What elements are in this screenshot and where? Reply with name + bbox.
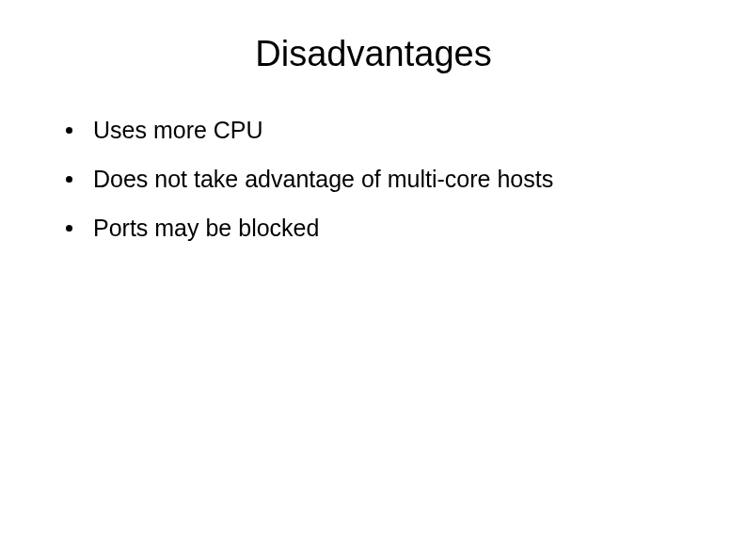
list-item: Does not take advantage of multi-core ho… [66, 165, 709, 193]
bullet-icon [66, 127, 72, 134]
bullet-icon [66, 225, 72, 232]
bullet-list: Uses more CPU Does not take advantage of… [38, 116, 709, 242]
slide-container: Disadvantages Uses more CPU Does not tak… [0, 0, 747, 560]
list-item: Uses more CPU [66, 116, 709, 144]
slide-title: Disadvantages [38, 34, 709, 74]
bullet-text: Does not take advantage of multi-core ho… [93, 165, 553, 193]
bullet-text: Uses more CPU [93, 116, 263, 144]
bullet-text: Ports may be blocked [93, 214, 319, 242]
list-item: Ports may be blocked [66, 214, 709, 242]
bullet-icon [66, 176, 72, 183]
